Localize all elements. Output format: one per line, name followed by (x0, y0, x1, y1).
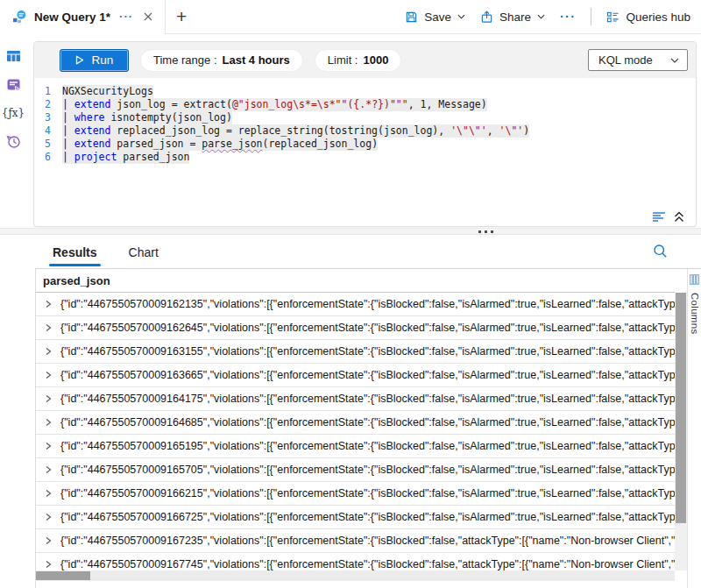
table-row[interactable]: {"id":"4467550570009163665","violations"… (36, 364, 675, 387)
row-json-text: {"id":"4467550570009165705","violations"… (60, 464, 675, 476)
splitter-grip[interactable] (478, 230, 493, 233)
table-row[interactable]: {"id":"4467550570009163155","violations"… (36, 340, 675, 364)
expand-row-chevron-icon[interactable] (44, 323, 53, 332)
table-row[interactable]: {"id":"4467550570009162135","violations"… (36, 293, 675, 316)
limit-label: Limit : (328, 53, 358, 67)
new-tab-button[interactable]: + (176, 8, 187, 25)
left-sidebar: {ƒx} (0, 35, 26, 588)
tab-more-menu[interactable]: ··· (117, 12, 135, 21)
row-json-text: {"id":"4467550570009164175","violations"… (60, 393, 675, 405)
more-options-button[interactable]: ··· (560, 10, 577, 24)
search-icon[interactable] (653, 244, 668, 259)
code-line-text: | extend json_log = extract(@"json_log\s… (62, 98, 487, 111)
row-json-text: {"id":"4467550570009163665","violations"… (60, 369, 675, 381)
table-row[interactable]: {"id":"4467550570009165195","violations"… (36, 435, 675, 458)
save-label: Save (424, 11, 451, 24)
connections-table-icon[interactable] (6, 49, 21, 63)
share-icon (480, 11, 493, 24)
play-icon (75, 55, 84, 65)
code-line[interactable]: 6| project parsed_json (34, 151, 696, 164)
columns-side-panel[interactable]: Columns (687, 269, 701, 588)
line-number: 2 (34, 98, 62, 111)
expand-row-chevron-icon[interactable] (44, 489, 53, 498)
line-number: 1 (34, 85, 62, 98)
column-header-label: parsed_json (43, 274, 110, 287)
limit-pill[interactable]: Limit : 1000 (315, 49, 402, 72)
code-line[interactable]: 4| extend replaced_json_log = replace_st… (34, 124, 696, 138)
row-json-text: {"id":"4467550570009162645","violations"… (60, 322, 675, 334)
line-number: 3 (34, 111, 62, 124)
expand-row-chevron-icon[interactable] (44, 560, 53, 569)
time-range-label: Time range : (153, 53, 217, 67)
results-tab-strip: Results Chart (26, 236, 701, 268)
tab-results[interactable]: Results (53, 236, 97, 268)
topbar-actions: Save Share ··· Queries hub (405, 8, 701, 25)
run-button[interactable]: Run (60, 49, 129, 72)
column-header-parsed-json[interactable]: parsed_json (36, 269, 675, 293)
query-history-icon[interactable] (6, 134, 21, 149)
expand-row-chevron-icon[interactable] (44, 371, 53, 379)
vertical-scrollbar[interactable] (675, 293, 687, 570)
tab-close-icon[interactable] (142, 11, 154, 23)
horizontal-scrollbar[interactable] (36, 570, 675, 581)
expand-row-chevron-icon[interactable] (44, 394, 53, 403)
functions-icon[interactable]: {ƒx} (2, 107, 25, 119)
chevron-down-icon (670, 58, 679, 63)
queries-hub-button[interactable]: Queries hub (606, 11, 690, 24)
save-button[interactable]: Save (405, 11, 465, 24)
table-row[interactable]: {"id":"4467550570009167745","violations"… (36, 553, 675, 570)
horizontal-scrollbar-thumb[interactable] (36, 571, 90, 580)
pane-splitter[interactable] (0, 228, 701, 235)
row-json-text: {"id":"4467550570009163155","violations"… (60, 345, 675, 358)
row-json-text: {"id":"4467550570009166215","violations"… (60, 487, 675, 499)
row-json-text: {"id":"4467550570009166725","violations"… (60, 511, 675, 523)
queries-hub-icon (606, 11, 620, 24)
tab-title: New Query 1* (34, 11, 110, 24)
code-line[interactable]: 1NGXSecurityLogs (34, 85, 696, 98)
expand-row-chevron-icon[interactable] (44, 465, 53, 474)
expand-row-chevron-icon[interactable] (44, 300, 53, 308)
kql-mode-select[interactable]: KQL mode (588, 49, 688, 71)
row-json-text: {"id":"4467550570009164685","violations"… (60, 416, 675, 429)
rows-viewport: {"id":"4467550570009162135","violations"… (36, 293, 675, 570)
limit-value: 1000 (363, 53, 388, 67)
table-row[interactable]: {"id":"4467550570009166215","violations"… (36, 482, 675, 506)
table-row[interactable]: {"id":"4467550570009162645","violations"… (36, 316, 675, 340)
columns-panel-label: Columns (690, 293, 700, 334)
editor-footer-actions (652, 211, 684, 223)
tab-new-query-1[interactable]: New Query 1* ··· (0, 0, 166, 34)
code-line[interactable]: 5| extend parsed_json = parse_json(repla… (34, 138, 696, 151)
saved-scripts-icon[interactable] (6, 78, 21, 92)
app-window: New Query 1* ··· + Save Share (0, 0, 701, 588)
row-json-text: {"id":"4467550570009167235","violations"… (60, 535, 675, 547)
adx-query-logo-icon (12, 10, 27, 25)
code-line-text: | where isnotempty(json_log) (62, 111, 232, 124)
expand-row-chevron-icon[interactable] (44, 513, 53, 521)
run-label: Run (92, 53, 114, 67)
code-line-text: | project parsed_json (62, 151, 189, 164)
table-row[interactable]: {"id":"4467550570009164685","violations"… (36, 411, 675, 435)
time-range-value: Last 4 hours (223, 53, 290, 67)
expand-row-chevron-icon[interactable] (44, 442, 53, 450)
collapse-editor-icon[interactable] (674, 211, 684, 223)
query-tab-bar: New Query 1* ··· + Save Share (0, 0, 701, 34)
results-pane: Results Chart parsed_json {"id":"4467550… (26, 236, 701, 588)
table-row[interactable]: {"id":"4467550570009165705","violations"… (36, 458, 675, 482)
time-range-pill[interactable]: Time range : Last 4 hours (140, 49, 303, 72)
tab-chart[interactable]: Chart (129, 236, 159, 268)
code-line-text: NGXSecurityLogs (62, 85, 153, 98)
table-row[interactable]: {"id":"4467550570009166725","violations"… (36, 506, 675, 529)
columns-icon (690, 274, 699, 285)
code-area[interactable]: 1NGXSecurityLogs2| extend json_log = ext… (34, 78, 696, 164)
expand-row-chevron-icon[interactable] (44, 536, 53, 545)
table-row[interactable]: {"id":"4467550570009167235","violations"… (36, 529, 675, 553)
chevron-down-icon (457, 14, 465, 19)
table-row[interactable]: {"id":"4467550570009164175","violations"… (36, 387, 675, 411)
expand-row-chevron-icon[interactable] (44, 418, 53, 427)
expand-row-chevron-icon[interactable] (44, 347, 53, 356)
code-line[interactable]: 3| where isnotempty(json_log) (34, 111, 696, 124)
vertical-scrollbar-thumb[interactable] (676, 293, 686, 523)
share-button[interactable]: Share (480, 11, 545, 24)
format-lines-icon[interactable] (652, 211, 666, 223)
code-line[interactable]: 2| extend json_log = extract(@"json_log\… (34, 98, 696, 111)
